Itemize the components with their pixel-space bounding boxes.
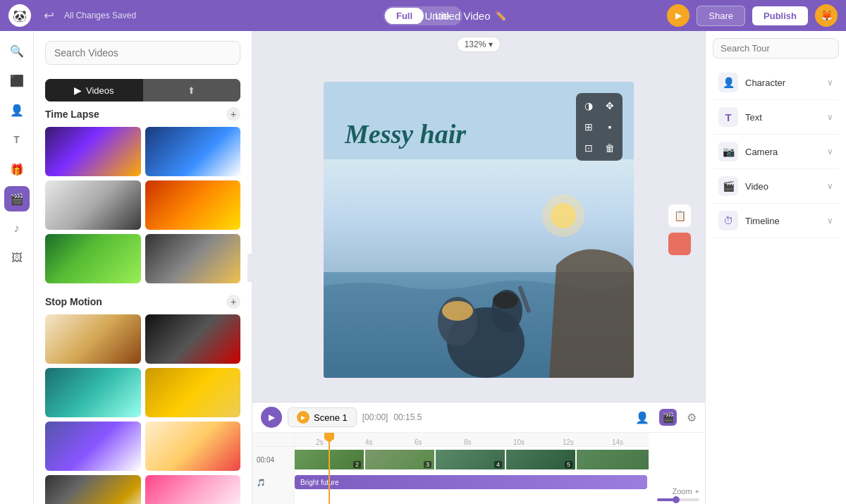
tour-item-video[interactable]: 🎬 Video ∨ bbox=[713, 169, 839, 204]
list-item[interactable] bbox=[45, 368, 141, 417]
sidebar-item-video[interactable]: 🎬 bbox=[4, 186, 30, 211]
app-logo[interactable]: 🐼 bbox=[8, 4, 31, 27]
timeline-playhead[interactable] bbox=[329, 433, 330, 504]
sidebar-item-search[interactable]: 🔍 bbox=[4, 38, 30, 63]
tour-label-text: Text bbox=[745, 112, 762, 123]
strip-segment[interactable] bbox=[577, 450, 649, 469]
preview-play-button[interactable]: ▶ bbox=[667, 4, 689, 27]
list-item[interactable] bbox=[45, 234, 141, 283]
canvas-tool-move[interactable]: ✥ bbox=[600, 96, 620, 116]
mode-full-button[interactable]: Full bbox=[385, 8, 424, 24]
chevron-down-icon: ∨ bbox=[827, 216, 833, 226]
canvas-tool-delete[interactable]: 🗑 bbox=[600, 138, 620, 158]
tab-videos[interactable]: ▶ Videos bbox=[45, 79, 143, 102]
saved-status: All Changes Saved bbox=[64, 11, 136, 20]
edit-title-icon[interactable]: ✏️ bbox=[495, 11, 506, 21]
section-stop-motion: Stop Motion + bbox=[45, 295, 240, 504]
list-item[interactable] bbox=[145, 234, 241, 283]
zoom-label: Zoom bbox=[672, 487, 692, 496]
audio-track-label: 🎵 bbox=[257, 479, 265, 486]
canvas-tool-grid[interactable]: ⊞ bbox=[579, 117, 599, 137]
svg-point-8 bbox=[442, 301, 473, 321]
timeline-controls: ▶ ▶ Scene 1 [00:00] 00:15.5 👤 🎬 ⚙ bbox=[252, 402, 705, 433]
undo-button[interactable]: ↩ bbox=[44, 8, 54, 23]
strip-segment[interactable]: 3 bbox=[365, 450, 436, 469]
timeline-play-button[interactable]: ▶ bbox=[261, 407, 282, 428]
tour-item-character[interactable]: 👤 Character ∨ bbox=[713, 66, 839, 100]
tab-upload[interactable]: ⬆ bbox=[143, 79, 241, 102]
canvas-tool-minimize[interactable]: ⊡ bbox=[579, 138, 599, 158]
tour-item-timeline[interactable]: ⏱ Timeline ∨ bbox=[713, 204, 839, 238]
publish-button[interactable]: Publish bbox=[752, 6, 808, 25]
section-time-lapse: Time Lapse + bbox=[45, 107, 240, 283]
scene-selector[interactable]: ▶ Scene 1 bbox=[288, 407, 357, 427]
audio-strip[interactable]: Bright future bbox=[295, 475, 647, 489]
canvas-tool-square[interactable]: ▪ bbox=[600, 117, 620, 137]
search-input[interactable] bbox=[45, 41, 240, 65]
tour-label-video: Video bbox=[745, 181, 768, 192]
ruler-mark: 4s bbox=[365, 438, 373, 446]
side-tool-color[interactable] bbox=[668, 233, 691, 255]
list-item[interactable] bbox=[45, 475, 141, 504]
sidebar-item-image[interactable]: 🖼 bbox=[4, 245, 30, 271]
share-button[interactable]: Share bbox=[697, 6, 745, 26]
canvas-text-messy-hair[interactable]: Messy hair bbox=[345, 118, 466, 149]
timeline-icon-group: 👤 🎬 ⚙ bbox=[635, 409, 697, 426]
list-item[interactable] bbox=[45, 314, 141, 364]
video-list: Time Lapse + Stop Motion + bbox=[34, 107, 252, 504]
sidebar-item-media[interactable]: ⬛ bbox=[4, 68, 30, 93]
canvas-tool-half-circle[interactable]: ◑ bbox=[579, 96, 599, 116]
list-item[interactable] bbox=[145, 475, 241, 504]
search-tour-input[interactable] bbox=[713, 38, 839, 59]
tour-item-text[interactable]: T Text ∨ bbox=[713, 100, 839, 135]
strip-segment[interactable]: 5 bbox=[506, 450, 577, 469]
timeline-character-icon[interactable]: 👤 bbox=[635, 411, 649, 424]
text-icon: T bbox=[718, 107, 738, 127]
svg-point-3 bbox=[551, 203, 576, 228]
sidebar-item-sticker[interactable]: 🎁 bbox=[4, 156, 30, 182]
stop-motion-grid bbox=[45, 314, 240, 504]
section-add-time-lapse[interactable]: + bbox=[226, 107, 240, 121]
list-item[interactable] bbox=[145, 180, 241, 230]
list-item[interactable] bbox=[145, 127, 241, 176]
list-item[interactable] bbox=[45, 422, 141, 471]
ruler-mark: 12s bbox=[563, 438, 574, 446]
tour-item-left: 🎬 Video bbox=[718, 176, 768, 196]
list-item[interactable] bbox=[145, 368, 241, 417]
sidebar-item-text[interactable]: T bbox=[4, 127, 30, 152]
list-item[interactable] bbox=[45, 127, 141, 176]
strip-segment[interactable]: 2 bbox=[295, 450, 365, 469]
sidebar-item-music[interactable]: ♪ bbox=[4, 216, 30, 241]
canvas-toolbar: 132% ▾ bbox=[252, 31, 705, 58]
tour-item-camera[interactable]: 📷 Camera ∨ bbox=[713, 135, 839, 169]
section-title-time-lapse: Time Lapse bbox=[45, 109, 99, 120]
zoom-in-icon[interactable]: + bbox=[695, 487, 699, 496]
video-track-row: 2 3 4 5 bbox=[295, 447, 649, 472]
header-actions: ▶ Share Publish 🦊 bbox=[667, 4, 838, 27]
canvas-background-image bbox=[324, 159, 634, 378]
video-canvas[interactable]: Messy hair bbox=[324, 82, 634, 378]
timeline-current-time: [00:00] bbox=[362, 412, 388, 422]
zoom-control[interactable]: 132% ▾ bbox=[457, 37, 501, 52]
right-panel: 👤 Character ∨ T Text ∨ 📷 Camera ∨ 🎬 Vide… bbox=[705, 31, 846, 504]
tour-item-left: 📷 Camera bbox=[718, 142, 778, 161]
section-add-stop-motion[interactable]: + bbox=[226, 295, 240, 309]
list-item[interactable] bbox=[145, 314, 241, 364]
sidebar-item-character[interactable]: 👤 bbox=[4, 97, 30, 123]
zoom-dropdown-icon: ▾ bbox=[489, 39, 493, 49]
canvas-side-tools: 📋 bbox=[668, 204, 691, 255]
strip-segment[interactable]: 4 bbox=[436, 450, 506, 469]
zoom-slider-thumb[interactable] bbox=[673, 496, 680, 503]
user-avatar[interactable]: 🦊 bbox=[815, 4, 838, 27]
side-tool-notes[interactable]: 📋 bbox=[668, 204, 691, 227]
collapse-panel-button[interactable]: ‹ bbox=[247, 254, 252, 282]
list-item[interactable] bbox=[45, 180, 141, 230]
tour-item-left: T Text bbox=[718, 107, 762, 127]
canvas-main: Messy hair bbox=[252, 58, 705, 402]
timeline-settings-icon[interactable]: ⚙ bbox=[687, 411, 697, 424]
main-layout: 🔍 ⬛ 👤 T 🎁 🎬 ♪ 🖼 ▶ Videos ⬆ Time Lapse bbox=[0, 31, 846, 504]
list-item[interactable] bbox=[145, 422, 241, 471]
app-header: 🐼 ↩ All Changes Saved Full Lite Untitled… bbox=[0, 0, 846, 31]
upload-icon: ⬆ bbox=[188, 85, 195, 96]
timeline-video-icon[interactable]: 🎬 bbox=[659, 409, 677, 426]
